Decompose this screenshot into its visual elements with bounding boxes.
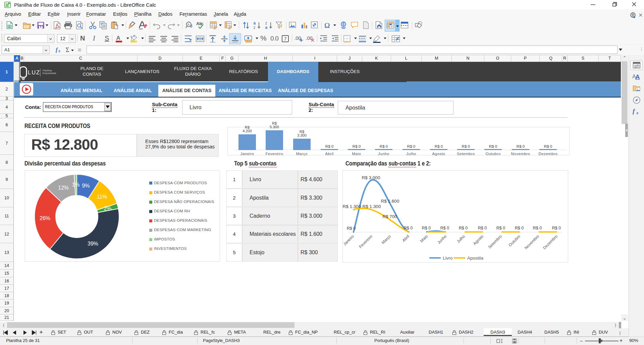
- svg-text:f: f: [633, 108, 635, 115]
- svg-text:Setembro: Setembro: [487, 234, 503, 250]
- svg-text:Fevereiro: Fevereiro: [358, 234, 373, 249]
- svg-text:Junho: Junho: [436, 234, 447, 245]
- svg-text:x: x: [636, 110, 639, 115]
- svg-text:Ω: Ω: [324, 21, 330, 29]
- svg-text:Novembro: Novembro: [524, 234, 540, 250]
- svg-text:Maio: Maio: [419, 234, 429, 244]
- svg-text:Março: Março: [381, 234, 392, 245]
- svg-text:z: z: [254, 25, 256, 29]
- svg-text:7: 7: [284, 36, 287, 42]
- svg-text:d: d: [190, 24, 192, 28]
- svg-text:Dezembro: Dezembro: [542, 234, 558, 250]
- svg-text:Janeiro: Janeiro: [342, 234, 355, 247]
- svg-text:Julho: Julho: [456, 234, 466, 244]
- svg-text:A: A: [635, 73, 640, 80]
- svg-text:Agosto: Agosto: [472, 234, 485, 246]
- svg-text:Apostila: Apostila: [467, 256, 484, 261]
- svg-text:a: a: [265, 25, 268, 29]
- svg-text:Livro: Livro: [443, 256, 452, 261]
- svg-text:a: a: [187, 22, 190, 26]
- svg-text:Outubro: Outubro: [508, 234, 522, 248]
- svg-text:Abril: Abril: [401, 234, 410, 243]
- svg-text:.00: .00: [306, 35, 313, 41]
